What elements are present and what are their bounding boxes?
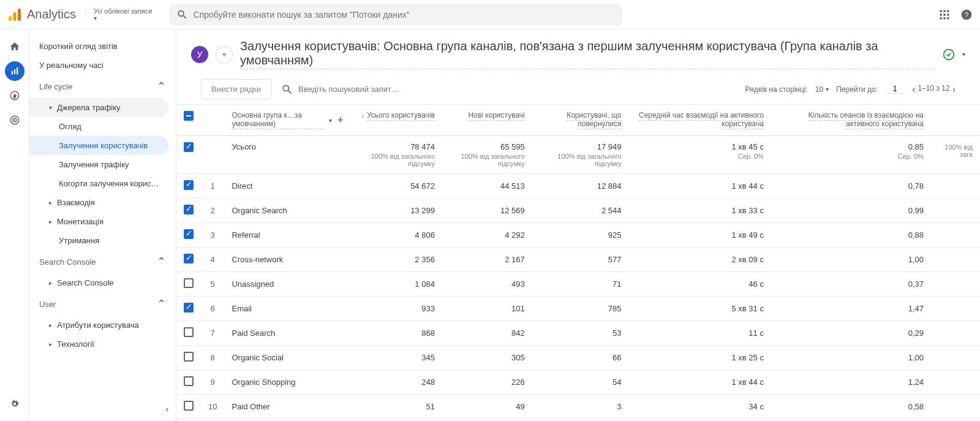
total-label: Усього: [224, 136, 351, 174]
add-dimension-button[interactable]: +: [337, 114, 344, 127]
add-comparison-button[interactable]: +: [216, 46, 233, 63]
col-avg-engagement[interactable]: Середній час взаємодії на активного кори…: [639, 111, 764, 129]
row-dimension[interactable]: Cross-network: [224, 248, 351, 272]
row-dimension[interactable]: Organic Shopping: [224, 370, 351, 395]
sidebar-item-realtime[interactable]: У реальному часі: [29, 56, 176, 75]
cell-new-users: 12 569: [442, 199, 532, 223]
row-checkbox[interactable]: [184, 180, 194, 190]
row-checkbox[interactable]: [184, 352, 194, 362]
row-checkbox[interactable]: [184, 142, 194, 152]
search-input[interactable]: [194, 10, 616, 20]
rail-advertising[interactable]: [5, 110, 24, 130]
row-dimension[interactable]: Direct: [224, 174, 351, 199]
nav-rail: [0, 29, 29, 421]
sidebar-item-overview[interactable]: Короткий огляд звітів: [29, 37, 176, 56]
sidebar-section-search-console[interactable]: Search Console⌃: [29, 250, 176, 273]
table-row: 10 Paid Other 51 49 3 34 с 0,58: [176, 395, 980, 419]
row-dimension[interactable]: Organic Search: [224, 199, 351, 223]
row-dimension[interactable]: Paid Other: [224, 395, 351, 419]
sidebar-section-user[interactable]: User⌃: [29, 292, 176, 316]
caret-right-icon: ▸: [49, 199, 52, 206]
sidebar-item-search-console[interactable]: ▸Search Console: [29, 273, 176, 292]
rail-explore[interactable]: [5, 86, 24, 105]
prev-page-button[interactable]: ‹: [912, 84, 915, 95]
row-dimension[interactable]: Referral: [224, 223, 351, 248]
row-checkbox[interactable]: [184, 401, 194, 411]
table-search[interactable]: [281, 83, 453, 96]
cell-avg-engagement: 1 хв 33 с: [629, 199, 771, 223]
add-rows-button[interactable]: Внести рядки: [201, 79, 271, 99]
row-index: 4: [201, 248, 224, 272]
rail-home[interactable]: [5, 37, 24, 56]
svg-rect-5: [947, 10, 949, 12]
plus-icon: +: [222, 50, 227, 59]
row-dimension[interactable]: Unassigned: [224, 272, 351, 297]
svg-rect-2: [18, 9, 21, 21]
row-checkbox[interactable]: [184, 376, 194, 386]
help-icon[interactable]: ?: [960, 9, 973, 21]
cell-sessions-per-user: 0,88: [771, 223, 931, 248]
col-returning-users[interactable]: Користувачі, що повернулися: [567, 111, 621, 129]
report-badge[interactable]: У: [191, 46, 208, 63]
rows-per-page-select[interactable]: 10▾: [815, 85, 829, 94]
page-range: 1–10 з 12: [918, 84, 949, 95]
sidebar-item-engagement[interactable]: ▸Взаємодія: [29, 193, 176, 212]
row-checkbox[interactable]: [184, 229, 194, 239]
sidebar-item-user-acquisition[interactable]: Залучення користувачів: [29, 136, 168, 155]
sidebar-item-retention[interactable]: Утримання: [29, 231, 176, 250]
sidebar-item-technology[interactable]: ▸Технології: [29, 335, 176, 354]
col-total-users[interactable]: Усього користувачів: [367, 111, 435, 121]
sidebar-collapse-button[interactable]: ‹: [166, 404, 168, 414]
cell-avg-engagement: 2 хв 09 с: [629, 248, 771, 272]
goto-input[interactable]: [885, 85, 905, 94]
cell-avg-engagement: 11 с: [629, 321, 771, 346]
chevron-down-icon[interactable]: ▾: [962, 51, 965, 58]
table-row: 5 Unassigned 1 084 493 71 46 с 0,37: [176, 272, 980, 297]
row-checkbox[interactable]: [184, 327, 194, 337]
col-sessions-per-user[interactable]: Кількість сеансів із взаємодією на актив…: [809, 111, 924, 129]
sidebar-item-cohorts[interactable]: Когорти залучення корис…: [29, 174, 176, 193]
chevron-down-icon[interactable]: ▾: [329, 117, 332, 124]
row-checkbox[interactable]: [184, 278, 194, 288]
svg-rect-7: [943, 13, 945, 15]
sidebar-item-traffic-sources[interactable]: ▾Джерела трафіку: [29, 98, 168, 117]
cell-avg-engagement: 1 хв 44 с: [629, 174, 771, 199]
row-index: 9: [201, 370, 224, 395]
row-checkbox[interactable]: [184, 205, 194, 214]
col-new-users[interactable]: Нові користувачі: [468, 111, 524, 121]
sidebar-item-traffic-acquisition[interactable]: Залучення трафіку: [29, 155, 176, 174]
row-checkbox[interactable]: [184, 254, 194, 264]
col-dimension[interactable]: Основна група к…за умовчанням): [232, 111, 324, 129]
chevron-down-icon: ▾: [94, 15, 152, 21]
row-index: 7: [201, 321, 224, 346]
brand-text: Analytics: [27, 7, 76, 21]
table-search-input[interactable]: [298, 85, 401, 94]
svg-rect-9: [940, 17, 942, 19]
row-dimension[interactable]: Email: [224, 297, 351, 321]
sidebar-item-user-attrs[interactable]: ▸Атрибути користувача: [29, 316, 176, 335]
caret-right-icon: ▸: [49, 322, 52, 328]
search-bar[interactable]: [169, 4, 622, 26]
apps-icon[interactable]: [938, 9, 951, 21]
row-dimension[interactable]: Paid Search: [224, 321, 351, 346]
logo[interactable]: Analytics: [7, 7, 76, 22]
select-all-checkbox[interactable]: [184, 111, 194, 121]
cell-returning-users: 66: [532, 346, 629, 370]
next-page-button[interactable]: ›: [952, 84, 956, 95]
rail-reports[interactable]: [5, 61, 24, 81]
sidebar-item-sub-overview[interactable]: Огляд: [29, 117, 176, 136]
cell-sessions-per-user: 0,29: [771, 321, 931, 346]
sort-desc-icon[interactable]: ↓: [361, 112, 365, 119]
rail-admin[interactable]: [5, 394, 24, 414]
row-dimension[interactable]: Organic Social: [224, 346, 351, 370]
row-index: 8: [201, 346, 224, 370]
chevron-down-icon: ▾: [826, 86, 829, 93]
table-row: 8 Organic Social 345 305 66 1 хв 25 с 1,…: [176, 346, 980, 370]
account-selector[interactable]: Усі облікові записи ▾: [86, 7, 159, 21]
chevron-up-icon: ⌃: [157, 297, 166, 311]
sidebar-section-lifecycle[interactable]: Life cycle⌃: [29, 75, 176, 98]
status-ok-icon[interactable]: [943, 48, 955, 61]
sidebar-item-monetization[interactable]: ▸Монетизація: [29, 212, 176, 231]
data-table: Основна група к…за умовчанням) ▾ + ↓Усьо…: [176, 105, 980, 419]
row-checkbox[interactable]: [184, 303, 194, 313]
